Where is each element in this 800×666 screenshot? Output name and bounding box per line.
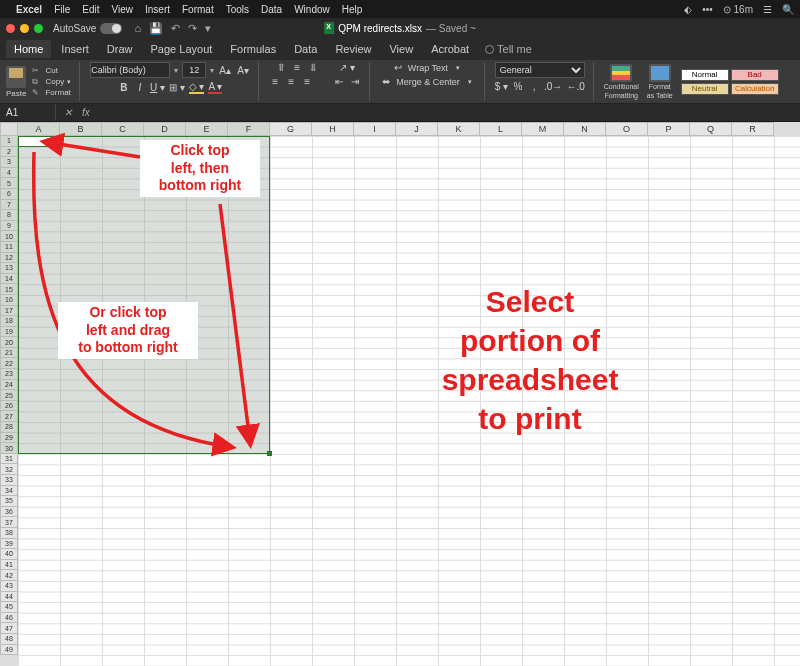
row-header-3[interactable]: 3: [0, 157, 18, 168]
row-header-38[interactable]: 38: [0, 528, 18, 539]
row-header-2[interactable]: 2: [0, 147, 18, 158]
row-header-20[interactable]: 20: [0, 337, 18, 348]
tab-acrobat[interactable]: Acrobat: [423, 40, 477, 58]
qat-redo-icon[interactable]: ↷: [188, 22, 197, 35]
select-all-corner[interactable]: [0, 122, 18, 136]
tab-view[interactable]: View: [381, 40, 421, 58]
increase-font-button[interactable]: A▴: [218, 63, 232, 77]
menu-format[interactable]: Format: [182, 4, 214, 15]
row-header-9[interactable]: 9: [0, 221, 18, 232]
menu-file[interactable]: File: [54, 4, 70, 15]
conditional-formatting-button[interactable]: ConditionalFormatting: [604, 64, 639, 99]
row-header-36[interactable]: 36: [0, 507, 18, 518]
comma-format-button[interactable]: ,: [528, 81, 540, 92]
row-header-10[interactable]: 10: [0, 231, 18, 242]
row-header-1[interactable]: 1: [0, 136, 18, 147]
fill-color-button[interactable]: ◇ ▾: [189, 81, 205, 94]
row-header-8[interactable]: 8: [0, 210, 18, 221]
control-center-icon[interactable]: ☰: [763, 4, 772, 15]
row-header-37[interactable]: 37: [0, 517, 18, 528]
menu-data[interactable]: Data: [261, 4, 282, 15]
row-header-42[interactable]: 42: [0, 570, 18, 581]
merge-center-button[interactable]: ⬌ Merge & Center ▾: [380, 76, 476, 87]
column-header-N[interactable]: N: [564, 122, 606, 136]
row-header-19[interactable]: 19: [0, 327, 18, 338]
row-headers[interactable]: 1234567891011121314151617181920212223242…: [0, 136, 18, 666]
row-header-17[interactable]: 17: [0, 306, 18, 317]
fx-icon[interactable]: fx: [82, 107, 90, 118]
row-header-43[interactable]: 43: [0, 581, 18, 592]
bold-button[interactable]: B: [118, 82, 130, 93]
row-header-25[interactable]: 25: [0, 390, 18, 401]
more-icon[interactable]: •••: [702, 4, 713, 15]
tab-page-layout[interactable]: Page Layout: [143, 40, 221, 58]
row-header-13[interactable]: 13: [0, 263, 18, 274]
row-header-5[interactable]: 5: [0, 178, 18, 189]
row-header-12[interactable]: 12: [0, 253, 18, 264]
qat-undo-icon[interactable]: ↶: [171, 22, 180, 35]
row-header-46[interactable]: 46: [0, 613, 18, 624]
fill-handle[interactable]: [267, 451, 272, 456]
underline-button[interactable]: U ▾: [150, 82, 165, 93]
qat-home-icon[interactable]: ⌂: [134, 22, 141, 35]
row-header-49[interactable]: 49: [0, 645, 18, 656]
column-header-P[interactable]: P: [648, 122, 690, 136]
orientation-button[interactable]: ↗ ▾: [339, 62, 355, 73]
worksheet-area[interactable]: ABCDEFGHIJKLMNOPQR 123456789101112131415…: [0, 122, 800, 666]
column-header-R[interactable]: R: [732, 122, 774, 136]
style-normal[interactable]: Normal: [681, 69, 729, 81]
row-header-15[interactable]: 15: [0, 284, 18, 295]
menu-view[interactable]: View: [112, 4, 134, 15]
active-cell[interactable]: [18, 136, 60, 147]
spotlight-icon[interactable]: 🔍: [782, 4, 794, 15]
tab-draw[interactable]: Draw: [99, 40, 141, 58]
italic-button[interactable]: I: [134, 82, 146, 93]
style-neutral[interactable]: Neutral: [681, 83, 729, 95]
column-header-K[interactable]: K: [438, 122, 480, 136]
style-calculation[interactable]: Calculation: [731, 83, 779, 95]
row-header-6[interactable]: 6: [0, 189, 18, 200]
row-header-27[interactable]: 27: [0, 411, 18, 422]
format-as-table-button[interactable]: Formatas Table: [647, 64, 673, 99]
row-header-31[interactable]: 31: [0, 454, 18, 465]
row-header-16[interactable]: 16: [0, 295, 18, 306]
tab-insert[interactable]: Insert: [53, 40, 97, 58]
close-window-button[interactable]: [6, 24, 15, 33]
row-header-26[interactable]: 26: [0, 401, 18, 412]
wrap-text-button[interactable]: ↩ Wrap Text ▾: [392, 62, 464, 73]
accounting-format-button[interactable]: $ ▾: [495, 81, 508, 92]
document-title[interactable]: QPM redirects.xlsx — Saved ~: [324, 22, 476, 34]
align-right-button[interactable]: ≡: [301, 76, 313, 87]
row-header-14[interactable]: 14: [0, 274, 18, 285]
app-menu[interactable]: Excel: [16, 4, 42, 15]
percent-format-button[interactable]: %: [512, 81, 524, 92]
tab-formulas[interactable]: Formulas: [222, 40, 284, 58]
row-header-7[interactable]: 7: [0, 200, 18, 211]
column-header-Q[interactable]: Q: [690, 122, 732, 136]
column-header-J[interactable]: J: [396, 122, 438, 136]
tab-home[interactable]: Home: [6, 40, 51, 58]
menu-tools[interactable]: Tools: [226, 4, 249, 15]
increase-decimal-button[interactable]: .0→: [544, 81, 562, 92]
column-headers[interactable]: ABCDEFGHIJKLMNOPQR: [18, 122, 800, 136]
copy-button[interactable]: ⧉Copy ▾: [32, 77, 71, 87]
row-header-30[interactable]: 30: [0, 443, 18, 454]
row-header-4[interactable]: 4: [0, 168, 18, 179]
row-header-35[interactable]: 35: [0, 496, 18, 507]
column-header-M[interactable]: M: [522, 122, 564, 136]
column-header-L[interactable]: L: [480, 122, 522, 136]
column-header-O[interactable]: O: [606, 122, 648, 136]
align-bottom-button[interactable]: ⥥: [307, 62, 319, 73]
autosave-toggle[interactable]: [100, 23, 122, 34]
name-box[interactable]: A1: [0, 104, 56, 121]
dropbox-icon[interactable]: ⬖: [684, 4, 692, 15]
qat-save-icon[interactable]: 💾: [149, 22, 163, 35]
column-header-I[interactable]: I: [354, 122, 396, 136]
row-header-23[interactable]: 23: [0, 369, 18, 380]
row-header-18[interactable]: 18: [0, 316, 18, 327]
paste-button[interactable]: Paste: [6, 66, 26, 98]
row-header-41[interactable]: 41: [0, 560, 18, 571]
row-header-28[interactable]: 28: [0, 422, 18, 433]
column-header-H[interactable]: H: [312, 122, 354, 136]
row-header-45[interactable]: 45: [0, 602, 18, 613]
